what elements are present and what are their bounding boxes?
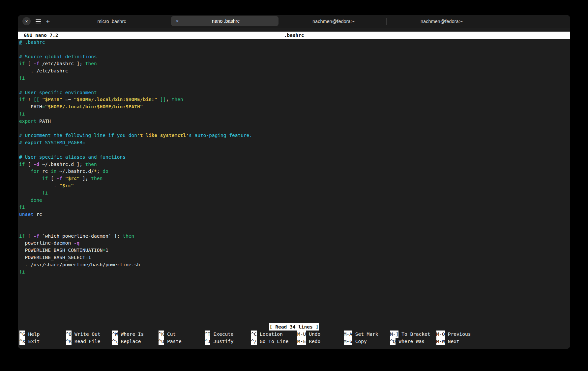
- shortcut-label: Read File: [74, 339, 101, 344]
- tab-1-nano-bashrc[interactable]: ×nano .bashrc: [171, 16, 279, 26]
- code-line: [19, 46, 570, 53]
- shortcut-keycap: M-6: [344, 338, 352, 345]
- code-line: # Source global definitions: [19, 53, 570, 61]
- shortcut-label: Execute: [213, 331, 233, 337]
- shortcut-label: Paste: [167, 339, 182, 344]
- shortcut-label: To Bracket: [401, 331, 430, 337]
- shortcut-keycap: M-]: [390, 331, 398, 338]
- shortcut-label: Where Was: [398, 339, 425, 344]
- shortcut-keycap: ^G: [19, 331, 25, 338]
- shortcut-keycap: M-Q: [436, 331, 445, 338]
- code-line: # User specific aliases and functions: [19, 154, 570, 161]
- code-line: if [ -f "$rc" ]; then: [19, 175, 570, 182]
- shortcut-keycap: ^/: [251, 338, 257, 345]
- code-line: . /etc/bashrc: [19, 67, 570, 75]
- shortcut-read-file: ^RRead File: [66, 338, 112, 345]
- code-line: . "$rc": [19, 182, 570, 190]
- tab-3-nachmen-fedora-[interactable]: nachmen@fedora:~: [389, 15, 494, 28]
- shortcut-label: Go To Line: [260, 339, 288, 344]
- shortcut-keycap: ^X: [19, 338, 25, 345]
- shortcut-label: Cut: [167, 331, 176, 337]
- shortcut-label: Write Out: [74, 331, 101, 337]
- shortcut-row-top: ^GHelp^OWrite Out^WWhere Is^KCut^TExecut…: [18, 331, 570, 338]
- shortcut-where-is: ^WWhere Is: [112, 331, 159, 338]
- tab-close-icon[interactable]: ×: [173, 18, 182, 24]
- shortcut-justify: ^JJustify: [205, 338, 251, 345]
- nano-filename: .bashrc: [18, 32, 570, 39]
- tab-label: nachmen@fedora:~: [421, 19, 463, 24]
- code-line: # Uncomment the following line if you do…: [19, 132, 570, 139]
- status-bar: [ Read 34 lines ]: [18, 323, 570, 331]
- code-line: PATH="$HOME/.local/bin:$HOME/bin:$PATH": [19, 103, 570, 111]
- code-line: unset rc: [19, 211, 570, 218]
- shortcut-keycap: ^T: [205, 331, 210, 338]
- code-line: POWERLINE_BASH_SELECT=1: [19, 254, 570, 261]
- terminal-window: × + micro .bashrc×nano .bashrcnachmen@fe…: [18, 15, 570, 349]
- shortcut-label: Where Is: [121, 331, 144, 337]
- shortcut-keycap: M-E: [297, 338, 306, 345]
- shortcut-keycap: ^K: [159, 331, 164, 338]
- code-line: if ! [[ "$PATH" =~ "$HOME/.local/bin:$HO…: [19, 96, 570, 103]
- shortcut-keycap: ^J: [205, 338, 210, 345]
- shortcut-paste: ^UPaste: [159, 338, 205, 345]
- code-line: . /usr/share/powerline/bash/powerline.sh: [19, 261, 570, 269]
- nano-title-bar: GNU nano 7.2 .bashrc: [18, 32, 570, 39]
- shortcut-where-was: ^QWhere Was: [390, 338, 436, 345]
- shortcut-go-to-line: ^/Go To Line: [251, 338, 298, 345]
- code-line: # export SYSTEMD_PAGER=: [19, 139, 570, 146]
- shortcut-location: ^CLocation: [251, 331, 298, 338]
- code-line: if [ -f `which powerline-daemon` ]; then: [19, 233, 570, 240]
- shortcut-help: ^GHelp: [19, 331, 66, 338]
- shortcut-keycap: M-W: [436, 338, 445, 345]
- menu-icon[interactable]: [36, 19, 41, 23]
- tab-separator: [386, 18, 387, 25]
- tab-label: nachmen@fedora:~: [312, 19, 355, 24]
- shortcut-keycap: ^C: [251, 331, 257, 338]
- tab-0-micro-bashrc[interactable]: micro .bashrc: [54, 15, 169, 28]
- code-line: fi: [19, 75, 570, 82]
- shortcut-label: Set Mark: [355, 331, 378, 337]
- shortcut-execute: ^TExecute: [205, 331, 251, 338]
- new-tab-icon[interactable]: +: [46, 18, 50, 25]
- code-line: [19, 146, 570, 154]
- shortcut-copy: M-6Copy: [344, 338, 390, 345]
- code-line: for rc in ~/.bashrc.d/*; do: [19, 168, 570, 175]
- tab-bar: × + micro .bashrc×nano .bashrcnachmen@fe…: [18, 15, 570, 28]
- code-line: done: [19, 197, 570, 204]
- shortcut-undo: M-UUndo: [297, 331, 344, 338]
- shortcut-keycap: ^\: [112, 338, 118, 345]
- window-controls: × +: [22, 15, 50, 28]
- shortcut-label: Help: [28, 331, 40, 337]
- code-line: fi: [19, 204, 570, 211]
- editor-lines: # .bashrc# Source global definitionsif […: [19, 39, 570, 276]
- shortcut-row-bottom: ^XExit^RRead File^\Replace^UPaste^JJusti…: [18, 338, 570, 345]
- code-line: powerline-daemon -q: [19, 240, 570, 247]
- shortcut-keycap: M-A: [344, 331, 352, 338]
- window-close-icon[interactable]: ×: [22, 17, 31, 25]
- shortcut-keycap: ^U: [159, 338, 164, 345]
- code-line: fi: [19, 190, 570, 197]
- shortcut-exit: ^XExit: [19, 338, 66, 345]
- shortcut-keycap: ^O: [66, 331, 72, 338]
- shortcut-label: Copy: [355, 339, 367, 344]
- shortcut-label: Redo: [309, 339, 320, 344]
- tab-2-nachmen-fedora-[interactable]: nachmen@fedora:~: [281, 15, 386, 28]
- status-message: [ Read 34 lines ]: [269, 323, 319, 331]
- nano-footer: [ Read 34 lines ] ^GHelp^OWrite Out^WWhe…: [18, 323, 570, 345]
- shortcut-set-mark: M-ASet Mark: [344, 331, 390, 338]
- code-line: [19, 218, 570, 225]
- shortcut-label: Justify: [213, 339, 233, 344]
- shortcut-label: Undo: [309, 331, 320, 337]
- code-line: if [ -d ~/.bashrc.d ]; then: [19, 161, 570, 168]
- shortcut-previous: M-QPrevious: [436, 331, 483, 338]
- tab-label: micro .bashrc: [97, 19, 126, 24]
- shortcut-keycap: M-U: [297, 331, 306, 338]
- shortcut-keycap: ^R: [66, 338, 72, 345]
- shortcut-to-bracket: M-]To Bracket: [390, 331, 436, 338]
- code-line: fi: [19, 111, 570, 118]
- shortcut-redo: M-ERedo: [297, 338, 344, 345]
- shortcut-replace: ^\Replace: [112, 338, 159, 345]
- code-line: fi: [19, 269, 570, 276]
- shortcut-write-out: ^OWrite Out: [66, 331, 112, 338]
- terminal-content[interactable]: GNU nano 7.2 .bashrc # .bashrc# Source g…: [18, 28, 570, 349]
